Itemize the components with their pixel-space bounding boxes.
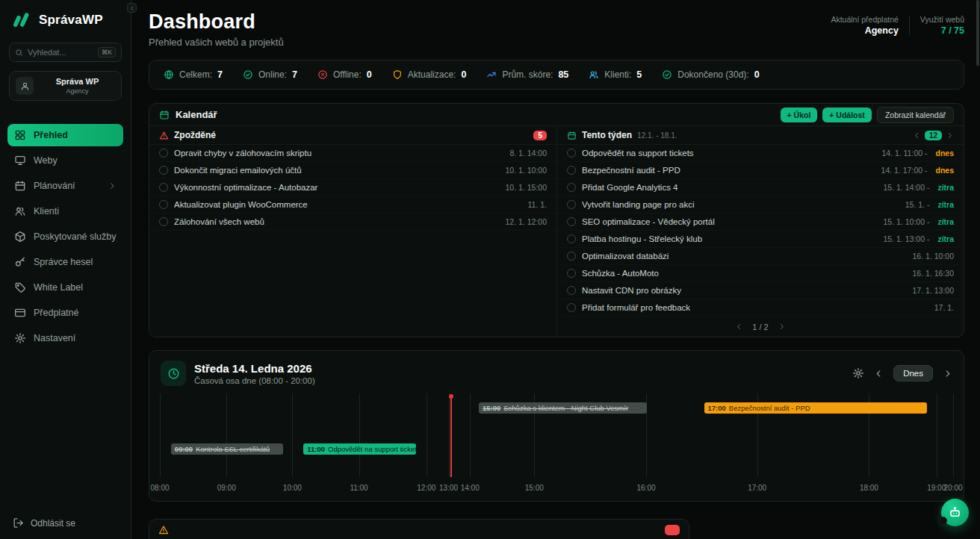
timeline-settings-icon[interactable] [852, 367, 864, 379]
scrollbar-thumb[interactable] [976, 0, 979, 66]
warning-icon [159, 131, 169, 140]
task-row[interactable]: Bezpečnostní audit - PPD14. 1. 17:00 -dn… [557, 162, 964, 179]
task-row[interactable]: Přidat formulář pro feedback17. 1. [557, 299, 964, 317]
sidebar-item-planovani[interactable]: Plánování [7, 175, 123, 197]
task-row[interactable]: Opravit chyby v zálohovacím skriptu8. 1.… [149, 145, 556, 162]
task-row[interactable]: Přidat Google Analytics 415. 1. 14:00 -z… [557, 179, 964, 196]
add-event-button[interactable]: + Událost [822, 108, 872, 122]
sidebar-item-label: White Label [34, 282, 83, 293]
task-checkbox[interactable] [159, 149, 168, 158]
task-checkbox[interactable] [567, 200, 576, 209]
task-due-tag: zítra [937, 183, 954, 192]
stat-value: 7 [217, 69, 223, 80]
task-checkbox[interactable] [567, 269, 576, 278]
event-time: 15:00 [483, 404, 500, 412]
task-checkbox[interactable] [567, 149, 576, 158]
add-task-button[interactable]: + Úkol [781, 108, 818, 122]
task-text: Optimalizovat databázi [582, 252, 907, 261]
calendar-card-header: Kalendář + Úkol + Událost Zobrazit kalen… [149, 104, 964, 126]
task-row[interactable]: Optimalizovat databázi16. 1. 10:00 [557, 248, 964, 265]
check-icon [243, 69, 253, 80]
grid-line [470, 393, 471, 477]
assistant-button[interactable] [941, 499, 969, 526]
hour-label: 17:00 [748, 484, 766, 492]
sidebar-item-poskytovane-sluzby[interactable]: Poskytované služby [7, 225, 123, 248]
task-checkbox[interactable] [159, 200, 168, 209]
task-checkbox[interactable] [567, 234, 576, 243]
hour-label: 20:00 [943, 484, 962, 492]
stat-label: Prům. skóre: [502, 69, 553, 80]
timeline-subtitle: Časová osa dne (08:00 - 20:00) [194, 376, 315, 385]
task-checkbox[interactable] [159, 183, 168, 192]
task-date: 11. 1. [528, 200, 548, 209]
search-input[interactable]: Vyhledat... ⌘K [9, 43, 122, 62]
task-text: Výkonnostní optimalizace - Autobazar [174, 183, 500, 192]
task-checkbox[interactable] [567, 217, 576, 226]
pagination-next-button[interactable] [778, 323, 786, 331]
page-header: Dashboard Přehled vašich webů a projektů… [149, 10, 964, 48]
task-checkbox[interactable] [567, 286, 576, 295]
timeline-event[interactable]: 17:00Bezpečnostní audit - PPD [704, 402, 927, 414]
task-date: 15. 1. 10:00 - [884, 217, 930, 226]
stat-offline: Offline:0 [317, 69, 372, 80]
sidebar-item-weby[interactable]: Weby [7, 149, 123, 172]
today-button[interactable]: Dnes [893, 365, 933, 381]
sidebar-item-label: Předplatné [34, 308, 78, 318]
task-checkbox[interactable] [159, 166, 168, 175]
task-row[interactable]: SEO optimalizace - Vědecký portál15. 1. … [557, 214, 964, 231]
week-column: Tento týden 12.1. - 18.1. 12 Odpovědět n… [556, 126, 964, 337]
timeline-title: Středa 14. Ledna 2026 [194, 362, 315, 375]
task-checkbox[interactable] [567, 166, 576, 175]
task-row[interactable]: Výkonnostní optimalizace - Autobazar10. … [149, 179, 556, 196]
stat-label: Celkem: [179, 69, 212, 80]
week-prev-button[interactable] [913, 131, 921, 140]
task-row[interactable]: Odpovědět na support tickets14. 1. 11:00… [557, 145, 964, 162]
task-row[interactable]: Dokončit migraci emailových účtů10. 1. 1… [149, 162, 556, 179]
task-row[interactable]: Vytvořit landing page pro akci15. 1. -zí… [557, 196, 964, 214]
task-date: 12. 1. 12:00 [506, 217, 547, 226]
sidebar-item-spravce-hesel[interactable]: Správce hesel [7, 251, 123, 273]
timeline-prev-button[interactable] [874, 369, 884, 378]
task-row[interactable]: Nastavit CDN pro obrázky17. 1. 13:00 [557, 282, 964, 299]
logout-button[interactable]: Odhlásit se [0, 507, 131, 539]
sidebar-item-nastaveni[interactable]: Nastavení [7, 327, 123, 349]
task-checkbox[interactable] [159, 217, 168, 226]
task-row[interactable]: Aktualizovat plugin WooCommerce11. 1. [149, 196, 556, 214]
xcircle-icon [317, 69, 328, 80]
task-checkbox[interactable] [567, 252, 576, 261]
grid-line [427, 393, 427, 477]
week-list: Odpovědět na support tickets14. 1. 11:00… [557, 145, 964, 317]
sidebar-item-predplatne[interactable]: Předplatné [7, 302, 123, 324]
gear-icon [14, 332, 26, 344]
sidebar-item-klienti[interactable]: Klienti [7, 200, 123, 222]
task-row[interactable]: Platba hostingu - Střelecký klub15. 1. 1… [557, 231, 964, 248]
hour-label: 13:00 [439, 484, 458, 492]
sidebar-item-white-label[interactable]: White Label [7, 276, 123, 299]
show-calendar-button[interactable]: Zobrazit kalendář [877, 107, 954, 123]
task-text: Přidat formulář pro feedback [582, 303, 928, 312]
week-range: 12.1. - 18.1. [637, 131, 677, 140]
task-checkbox[interactable] [567, 303, 576, 312]
hour-label: 15:00 [525, 484, 544, 492]
calendar-title: Kalendář [176, 109, 217, 120]
account-card[interactable]: Správa WP Agency [9, 71, 122, 101]
grid-line [937, 393, 937, 477]
task-row[interactable]: Schůzka - AutoMoto16. 1. 16:30 [557, 265, 964, 282]
task-text: Opravit chyby v zálohovacím skriptu [174, 149, 503, 158]
timeline-next-button[interactable] [943, 369, 952, 378]
week-next-button[interactable] [946, 131, 954, 140]
task-checkbox[interactable] [567, 183, 576, 192]
timeline-event[interactable]: 15:00Schůzka s klientem - Night Club Ves… [479, 402, 647, 414]
timeline-event[interactable]: 09:00Kontrola SSL certifikátů [171, 443, 283, 455]
pagination-prev-button[interactable] [735, 323, 743, 331]
box-icon [14, 231, 26, 243]
stat-klienti: Klienti:5 [589, 69, 642, 80]
sidebar-collapse-button[interactable] [127, 3, 137, 13]
event-time: 17:00 [708, 404, 726, 412]
timeline-event[interactable]: 11:00Odpovědět na support tickets [303, 443, 416, 455]
task-row[interactable]: Zálohování všech webů12. 1. 12:00 [149, 214, 556, 231]
stat-label: Aktualizace: [408, 69, 456, 80]
sidebar-item-prehled[interactable]: Přehled [7, 124, 123, 146]
sidebar-item-label: Klienti [34, 206, 59, 216]
scrollbar[interactable] [976, 0, 980, 539]
